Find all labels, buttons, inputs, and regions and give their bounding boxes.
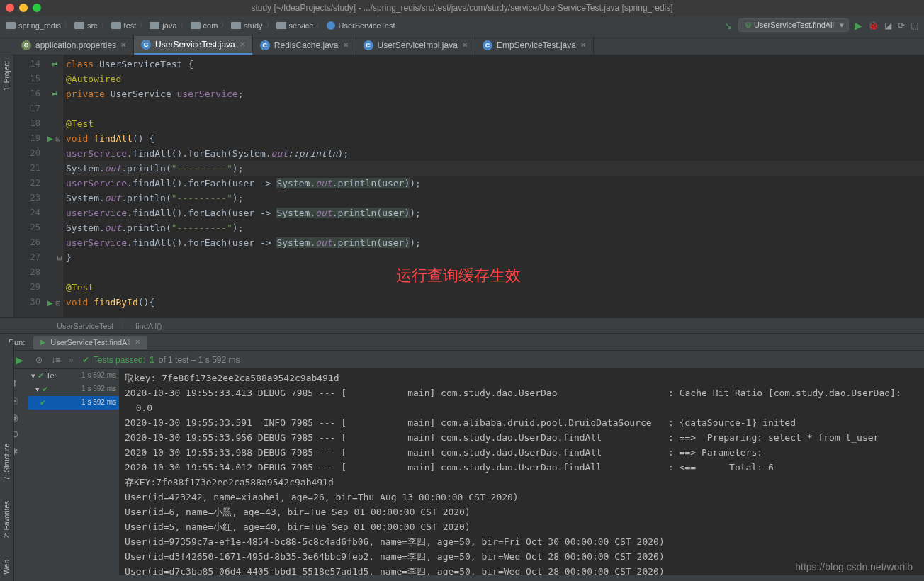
breadcrumbs: spring_redis〉src〉test〉java〉com〉study〉ser… — [6, 20, 395, 30]
editor-tabs: ⚙application.properties✕CUserServiceTest… — [0, 35, 924, 55]
breadcrumb-item[interactable]: spring_redis — [6, 21, 61, 30]
test-status: ✔ Tests passed: 1 of 1 test – 1 s 592 ms — [82, 355, 240, 365]
left-bottom-tabs: 7: Structure 2: Favorites Web — [0, 342, 14, 581]
class-icon: C — [364, 40, 373, 50]
favorites-tab[interactable]: 2: Favorites — [3, 501, 11, 538]
close-tab-icon[interactable]: ✕ — [343, 41, 349, 49]
rerun-icon[interactable]: ▶ — [16, 354, 23, 366]
close-window-button[interactable] — [6, 4, 14, 12]
editor-area: 1: Project 14151617181920212223242526272… — [0, 55, 924, 317]
class-icon: C — [483, 40, 492, 50]
left-tool-tabs: 1: Project — [0, 55, 14, 317]
breadcrumb-item[interactable]: study — [231, 21, 262, 30]
config-icon: ⚙ — [21, 40, 31, 50]
profiler-icon[interactable]: ⟳ — [898, 21, 905, 30]
minimize-window-button[interactable] — [19, 4, 28, 12]
toggle-icon[interactable]: ⊘ — [35, 355, 43, 365]
annotation-text: 运行查询缓存生效 — [396, 268, 521, 283]
breadcrumb-item[interactable]: service — [276, 21, 314, 30]
toolbar: spring_redis〉src〉test〉java〉com〉study〉ser… — [0, 16, 924, 35]
breadcrumb-class[interactable]: UserServiceTest — [57, 322, 113, 330]
close-tab-icon[interactable]: ✕ — [120, 41, 126, 49]
test-toolbar: ▶ ⊘ ↓≡ » ✔ Tests passed: 1 of 1 test – 1… — [0, 351, 924, 369]
title-bar: study [~/IdeaProjects/study] - .../sprin… — [0, 0, 924, 16]
window-controls — [6, 4, 41, 12]
breadcrumb-method[interactable]: findAll() — [135, 322, 162, 330]
test-tree-row[interactable]: ✔ 1 s 592 ms — [28, 396, 119, 410]
run-config-selector[interactable]: ⚙ UserServiceTest.findAll — [738, 18, 849, 32]
window-title: study [~/IdeaProjects/study] - .../sprin… — [251, 3, 672, 13]
run-tab[interactable]: ▶ UserServiceTest.findAll ✕ — [33, 336, 147, 349]
search-icon[interactable]: ⬚ — [911, 21, 918, 30]
gutter-icons: ⇄ ⇄ ▶ ⊟ ⊟ ▶ ⊟ — [46, 55, 63, 317]
run-tab-label: UserServiceTest.findAll — [50, 338, 130, 346]
console-output[interactable]: 取key: 7fe88f173e2ee2ca588a9542c9ab491d 2… — [119, 369, 924, 575]
editor-tab[interactable]: CEmpServiceTest.java✕ — [475, 36, 594, 55]
editor-tab[interactable]: CUserServiceImpl.java✕ — [356, 36, 475, 55]
project-tab[interactable]: 1: Project — [3, 61, 11, 91]
watermark: https://blog.csdn.net/worilb — [795, 561, 913, 572]
class-icon: C — [141, 40, 151, 50]
line-numbers: 1415161718192021222324252627282930 — [14, 55, 46, 317]
editor-tab[interactable]: CUserServiceTest.java✕ — [134, 36, 253, 55]
debug-button-icon[interactable]: 🐞 — [868, 21, 879, 30]
run-config-label: UserServiceTest.findAll — [754, 21, 834, 29]
editor-tab[interactable]: CRedisCache.java✕ — [253, 36, 356, 55]
code-editor[interactable]: class UserServiceTest { @Autowired priva… — [63, 55, 924, 317]
editor-tab[interactable]: ⚙application.properties✕ — [14, 36, 134, 55]
coverage-icon[interactable]: ◪ — [884, 21, 892, 30]
maximize-window-button[interactable] — [33, 4, 41, 12]
class-icon: C — [260, 40, 270, 50]
breadcrumb-item[interactable]: UserServiceTest — [327, 21, 395, 30]
close-tab-icon[interactable]: ✕ — [580, 41, 586, 49]
breadcrumb-item[interactable]: test — [111, 21, 137, 30]
test-tree-row[interactable]: ▾ ✔ 1 s 592 ms — [28, 383, 119, 396]
editor-breadcrumb: UserServiceTest 〉 findAll() — [0, 317, 924, 333]
web-tab[interactable]: Web — [3, 560, 11, 574]
run-body: ⬍ ⎘ ◉ ⟲ ✱ ▾ ✔ Te:1 s 592 ms ▾ ✔ 1 s 592 … — [0, 369, 924, 575]
close-tab-icon[interactable]: ✕ — [462, 41, 468, 49]
run-button-icon[interactable]: ▶ — [855, 20, 862, 31]
build-icon[interactable]: ↘ — [724, 20, 733, 31]
structure-tab[interactable]: 7: Structure — [3, 444, 11, 480]
breadcrumb-item[interactable]: java — [150, 21, 176, 30]
close-tab-icon[interactable]: ✕ — [240, 40, 245, 48]
run-panel-header: Run: ▶ UserServiceTest.findAll ✕ — [0, 333, 924, 351]
toolbar-right: ↘ ⚙ UserServiceTest.findAll ▶ 🐞 ◪ ⟳ ⬚ — [724, 18, 918, 32]
close-icon[interactable]: ✕ — [135, 338, 140, 346]
sort-icon[interactable]: ↓≡ — [51, 355, 60, 365]
breadcrumb-item[interactable]: src — [74, 21, 98, 30]
test-tree[interactable]: ▾ ✔ Te:1 s 592 ms ▾ ✔ 1 s 592 ms ✔ 1 s 5… — [28, 369, 119, 575]
test-tree-row[interactable]: ▾ ✔ Te:1 s 592 ms — [28, 369, 119, 383]
breadcrumb-item[interactable]: com — [191, 21, 218, 30]
